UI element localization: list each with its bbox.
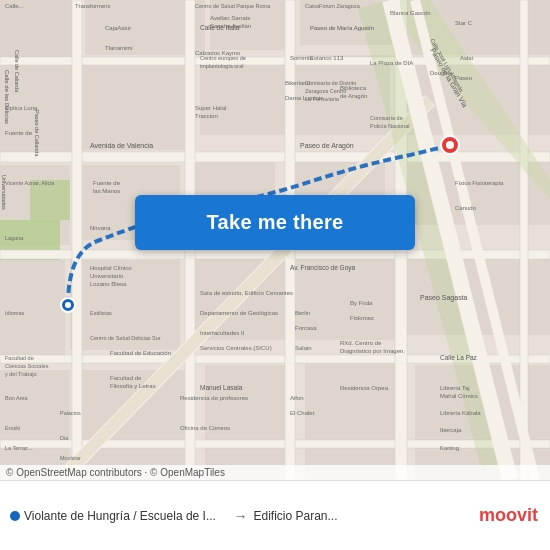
svg-text:Mahal Cómics: Mahal Cómics [440, 393, 478, 399]
svg-text:Estilistas: Estilistas [90, 310, 112, 316]
svg-rect-27 [30, 180, 70, 220]
svg-rect-33 [72, 0, 82, 480]
svg-text:Tlanamimi: Tlanamimi [105, 45, 133, 51]
svg-rect-7 [80, 65, 190, 150]
svg-text:Oficina de Correos: Oficina de Correos [180, 425, 230, 431]
svg-rect-8 [200, 60, 285, 135]
svg-text:Facultad de: Facultad de [5, 355, 34, 361]
take-me-there-button[interactable]: Take me there [135, 195, 415, 250]
svg-text:By Frida: By Frida [350, 300, 373, 306]
svg-text:CajaAstur: CajaAstur [105, 25, 131, 31]
svg-text:Aifon: Aifon [290, 395, 304, 401]
svg-text:Centro de Salud Delicias Sur: Centro de Salud Delicias Sur [90, 335, 161, 341]
svg-text:Filosofía y Letras: Filosofía y Letras [110, 383, 156, 389]
destination-text: Edificio Paran... [254, 509, 458, 523]
svg-text:Vicente Aznar, Alicia: Vicente Aznar, Alicia [5, 180, 55, 186]
svg-rect-16 [0, 260, 65, 355]
svg-text:implantología oral: implantología oral [200, 63, 243, 69]
svg-text:Dia: Dia [60, 435, 69, 441]
svg-text:Fixius Fisioterapia: Fixius Fisioterapia [455, 180, 504, 186]
svg-text:Lozano Blesa: Lozano Blesa [90, 281, 127, 287]
svg-rect-32 [0, 440, 550, 448]
svg-text:Movistar: Movistar [60, 455, 81, 461]
svg-text:Comisaría de Distrito: Comisaría de Distrito [305, 80, 356, 86]
svg-text:Librería Taj: Librería Taj [440, 385, 470, 391]
svg-text:Idiomas: Idiomas [5, 310, 25, 316]
svg-text:Residencia de profesores: Residencia de profesores [180, 395, 248, 401]
svg-text:El Chalet: El Chalet [290, 410, 315, 416]
svg-text:Karting: Karting [440, 445, 459, 451]
svg-text:Paseo de Callanda: Paseo de Callanda [34, 110, 40, 157]
svg-text:Departamento de Geológicas: Departamento de Geológicas [200, 310, 278, 316]
svg-text:Manuel Lasala: Manuel Lasala [200, 384, 243, 391]
svg-text:Forcasa: Forcasa [295, 325, 317, 331]
svg-text:Avenida de Valencia: Avenida de Valencia [90, 142, 153, 149]
map-container: Avenida de Valencia Paseo de Aragón Pase… [0, 0, 550, 480]
svg-text:Eroski: Eroski [5, 425, 20, 431]
svg-text:La Terraz...: La Terraz... [5, 445, 33, 451]
svg-text:Universitario: Universitario [90, 273, 124, 279]
svg-text:Av. Francisco de Goya: Av. Francisco de Goya [290, 264, 356, 272]
svg-text:La Plaza de DIA: La Plaza de DIA [370, 60, 413, 66]
svg-text:Calle de las Delicias: Calle de las Delicias [4, 70, 10, 124]
svg-text:Servicios Centrales (SICU): Servicios Centrales (SICU) [200, 345, 272, 351]
svg-text:Sorrento: Sorrento [290, 55, 314, 61]
svg-rect-23 [205, 365, 295, 480]
svg-text:Calle de Caliarda: Calle de Caliarda [14, 50, 20, 93]
svg-text:La Ferroviaria: La Ferroviaria [305, 96, 340, 102]
svg-text:Interfacultades II: Interfacultades II [200, 330, 245, 336]
svg-text:Fuente de: Fuente de [5, 130, 33, 136]
svg-text:y del Trabajo: y del Trabajo [5, 371, 37, 377]
svg-text:Sala de estudio, Edificio Cerv: Sala de estudio, Edificio Cervantes [200, 290, 293, 296]
svg-text:Paseo de María Agustín: Paseo de María Agustín [310, 25, 374, 31]
svg-text:Óptica Luna: Óptica Luna [5, 105, 38, 111]
take-me-there-label: Take me there [207, 211, 344, 234]
svg-text:Facultad de: Facultad de [110, 375, 142, 381]
svg-text:Laguna: Laguna [5, 235, 24, 241]
svg-rect-24 [305, 360, 405, 480]
svg-text:Aslai: Aslai [460, 55, 473, 61]
svg-rect-29 [0, 152, 550, 162]
svg-text:Diagnóstico por Imagen.: Diagnóstico por Imagen. [340, 348, 405, 354]
svg-text:Fuente de: Fuente de [93, 180, 121, 186]
moovit-logo: moovit [467, 505, 550, 526]
svg-text:Calle...: Calle... [5, 3, 24, 9]
svg-text:Calzados Kaymo: Calzados Kaymo [195, 50, 241, 56]
svg-text:Transformers: Transformers [75, 3, 110, 9]
svg-text:Palacios: Palacios [60, 410, 81, 416]
svg-text:Policía Nacional: Policía Nacional [370, 123, 409, 129]
svg-text:Paseo de Aragón: Paseo de Aragón [300, 142, 354, 150]
svg-rect-1 [0, 0, 80, 60]
svg-text:Universidades: Universidades [1, 175, 7, 210]
origin-dot [10, 511, 20, 521]
svg-text:Sancho Avellan: Sancho Avellan [210, 23, 251, 29]
svg-text:Douglas: Douglas [430, 70, 452, 76]
route-info: Violante de Hungría / Escuela de I... → … [0, 508, 467, 524]
svg-point-139 [446, 141, 454, 149]
svg-text:Calle La Paz: Calle La Paz [440, 354, 478, 361]
svg-text:Hospital Clínico: Hospital Clínico [90, 265, 132, 271]
svg-text:Comisaría de: Comisaría de [370, 115, 403, 121]
svg-text:Super Halal: Super Halal [195, 105, 226, 111]
map-attribution: © OpenStreetMap contributors · © OpenMap… [0, 465, 550, 480]
svg-text:Blanca Gascón: Blanca Gascón [390, 10, 431, 16]
svg-text:las Manos: las Manos [93, 188, 120, 194]
origin-text: Violante de Hungría / Escuela de I... [24, 509, 228, 523]
svg-point-137 [65, 302, 71, 308]
svg-text:Star C: Star C [455, 20, 473, 26]
svg-text:Paseo Sagasta: Paseo Sagasta [420, 294, 468, 302]
svg-text:Ibercaja: Ibercaja [440, 427, 462, 433]
svg-text:Avellan Sarrais: Avellan Sarrais [210, 15, 250, 21]
svg-text:RXd. Centro de: RXd. Centro de [340, 340, 382, 346]
bottom-info-bar: Violante de Hungría / Escuela de I... → … [0, 480, 550, 550]
svg-text:Salain: Salain [295, 345, 312, 351]
svg-text:Librería Kábala: Librería Kábala [440, 410, 481, 416]
svg-text:Traccion: Traccion [195, 113, 218, 119]
attribution-text: © OpenStreetMap contributors · © OpenMap… [6, 467, 225, 478]
svg-text:Estanco 113: Estanco 113 [310, 55, 344, 61]
route-arrow: → [228, 508, 254, 524]
svg-text:Canudo: Canudo [455, 205, 477, 211]
svg-text:Ciencias Sociales: Ciencias Sociales [5, 363, 49, 369]
svg-text:Residencia Orpea: Residencia Orpea [340, 385, 389, 391]
svg-text:Facultad de Educación: Facultad de Educación [110, 350, 171, 356]
